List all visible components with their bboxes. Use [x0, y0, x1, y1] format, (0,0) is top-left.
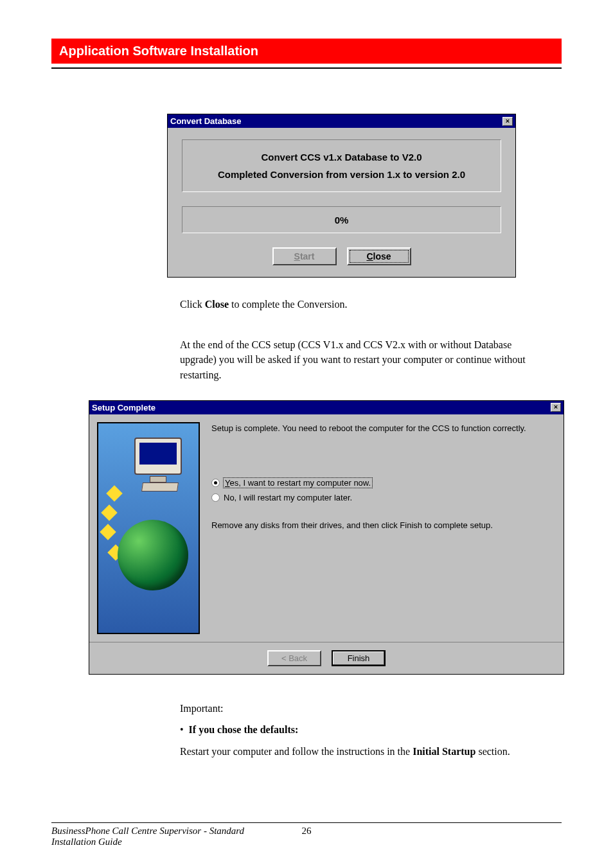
spark-icon — [100, 524, 116, 540]
start-button[interactable]: Start — [272, 247, 337, 265]
dialog1-heading-2: Completed Conversion from version 1.x to… — [189, 169, 494, 180]
text-bold: Close — [205, 299, 229, 310]
text: section. — [475, 746, 510, 757]
wizard-sidebar-image — [97, 422, 200, 634]
dialog1-title: Convert Database — [170, 116, 242, 126]
setup-complete-text: Setup is complete. You need to reboot th… — [211, 423, 552, 433]
bullet-defaults: • If you chose the defaults: — [180, 722, 565, 738]
monitor-icon — [134, 438, 182, 475]
important-label: Important: — [180, 700, 565, 717]
dialog1-message-panel: Convert CCS v1.x Database to V2.0 Comple… — [182, 139, 501, 192]
radio-restart-now-label: Yes, I want to restart my computer now. — [224, 478, 372, 488]
globe-icon — [118, 520, 188, 590]
text: Restart your computer and follow the ins… — [180, 746, 413, 757]
header-divider — [51, 67, 562, 69]
spark-icon — [106, 485, 122, 501]
dialog2-title: Setup Complete — [92, 403, 155, 412]
spark-icon — [101, 504, 117, 520]
keyboard-icon — [141, 483, 179, 492]
remove-disks-text: Remove any disks from their drives, and … — [211, 520, 552, 530]
close-button[interactable]: Close — [347, 247, 411, 265]
dialog2-footer: < Back Finish — [89, 642, 564, 674]
text-bold: If you chose the defaults: — [189, 724, 299, 735]
instruction-initial-startup: Restart your computer and follow the ins… — [180, 743, 565, 760]
close-icon[interactable]: × — [502, 117, 513, 126]
section-header: Application Software Installation — [51, 39, 562, 64]
dialog2-titlebar: Setup Complete × — [89, 401, 564, 414]
convert-database-dialog: Convert Database × Convert CCS v1.x Data… — [167, 114, 516, 278]
close-icon[interactable]: × — [551, 403, 561, 412]
radio-icon — [211, 479, 220, 487]
dialog1-titlebar: Convert Database × — [168, 114, 515, 128]
page-number: 26 — [302, 826, 312, 837]
page-footer: BusinessPhone Call Centre Supervisor - S… — [51, 822, 562, 847]
text: to complete the Conversion. — [229, 299, 347, 310]
setup-complete-dialog: Setup Complete × Setup is complete. You … — [89, 400, 564, 675]
radio-icon — [211, 493, 220, 502]
progress-bar: 0% — [182, 206, 501, 233]
text-bold: Initial Startup — [413, 746, 475, 757]
finish-button[interactable]: Finish — [332, 650, 386, 666]
instruction-close: Click Close to complete the Conversion. — [180, 297, 540, 312]
instruction-restart: At the end of the CCS setup (CCS V1.x an… — [180, 337, 540, 382]
footer-doc: Installation Guide — [51, 837, 562, 847]
monitor-stand — [150, 476, 166, 483]
back-button[interactable]: < Back — [267, 650, 321, 666]
dialog1-heading-1: Convert CCS v1.x Database to V2.0 — [189, 152, 494, 163]
radio-restart-later-label: No, I will restart my computer later. — [224, 493, 352, 502]
radio-restart-later[interactable]: No, I will restart my computer later. — [211, 493, 552, 502]
text: Click — [180, 299, 205, 310]
radio-restart-now[interactable]: Yes, I want to restart my computer now. — [211, 478, 552, 488]
